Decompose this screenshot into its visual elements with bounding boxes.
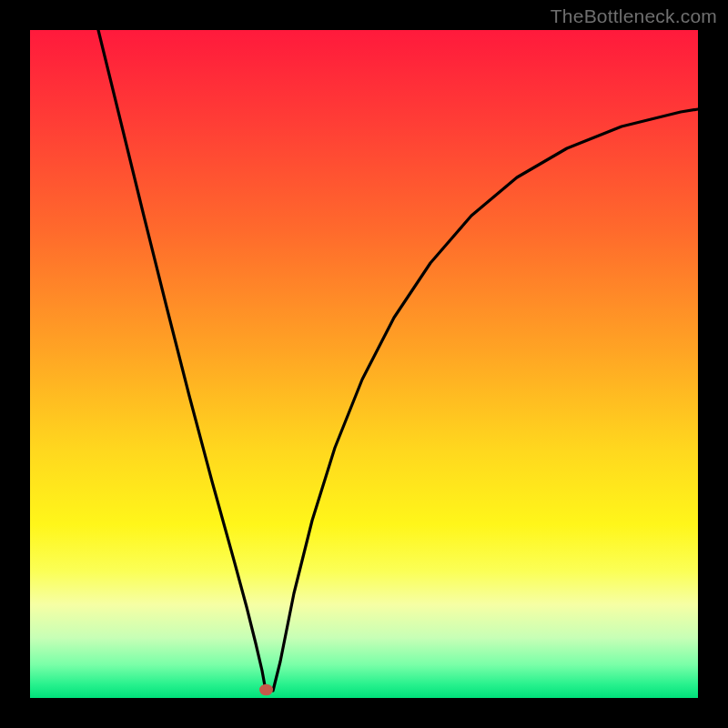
bottleneck-curve xyxy=(98,30,698,691)
watermark-text: TheBottleneck.com xyxy=(551,5,717,27)
curve-layer xyxy=(30,30,698,698)
plot-area xyxy=(30,30,698,698)
chart-frame: TheBottleneck.com xyxy=(0,0,728,728)
optimal-point-marker xyxy=(259,684,273,696)
